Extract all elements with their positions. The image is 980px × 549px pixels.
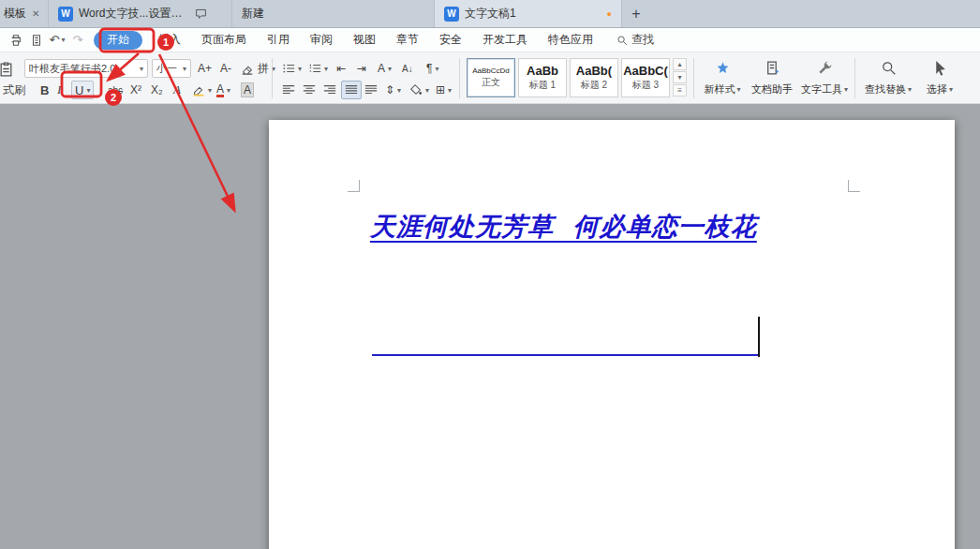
bold-button[interactable]: B bbox=[37, 81, 52, 99]
borders-button[interactable]: ⊞▾ bbox=[433, 81, 454, 99]
decrease-indent-button[interactable]: ⇤ bbox=[334, 59, 349, 78]
tab-security[interactable]: 安全 bbox=[429, 28, 472, 52]
tab-template-label: 模板 bbox=[4, 6, 26, 22]
font-size-select[interactable]: 小一 ▾ bbox=[152, 59, 191, 78]
tab-view[interactable]: 视图 bbox=[343, 28, 386, 52]
increase-indent-button[interactable]: ⇥ bbox=[354, 59, 369, 78]
ribbon-toolbar: 式刷 叶根友毛笔行书2.0 ▾ 小一 ▾ A+ A- 拼▾ B I U▾ abc… bbox=[0, 52, 980, 104]
select-button[interactable]: 选择▾ bbox=[920, 58, 959, 98]
chevron-down-icon: ▾ bbox=[61, 36, 65, 44]
align-left-button[interactable] bbox=[279, 81, 298, 99]
line-spacing-button[interactable]: ⇕▾ bbox=[382, 81, 404, 99]
clear-format-button[interactable] bbox=[238, 59, 257, 78]
style-sample: AaBbC( bbox=[623, 64, 668, 78]
format-painter-button[interactable]: 式刷 bbox=[0, 81, 28, 99]
tab-home[interactable]: 开始 bbox=[94, 31, 142, 50]
styles-scroll-down-button[interactable]: ▾ bbox=[673, 71, 687, 83]
phonetic-guide-button[interactable]: 拼▾ bbox=[255, 59, 278, 78]
find-button[interactable]: 查找 bbox=[616, 32, 654, 48]
tab-new-label: 新建 bbox=[242, 6, 264, 22]
style-heading3[interactable]: AaBbC( 标题 3 bbox=[621, 58, 670, 97]
chevron-down-icon: ▾ bbox=[736, 85, 740, 94]
chevron-down-icon: ▾ bbox=[425, 86, 429, 95]
redo-button[interactable]: ↷ bbox=[67, 30, 88, 51]
style-sample: AaBb( bbox=[576, 64, 612, 78]
style-name: 正文 bbox=[482, 76, 500, 89]
phonetic-icon: 拼 bbox=[258, 61, 269, 77]
underlined-blank-line bbox=[372, 320, 760, 356]
unsaved-dot-icon: ● bbox=[607, 9, 612, 19]
tab-new-document[interactable]: 新建 bbox=[232, 0, 435, 27]
shrink-font-button[interactable]: A- bbox=[217, 59, 234, 78]
italic-button[interactable]: I bbox=[54, 81, 64, 99]
font-name-select[interactable]: 叶根友毛笔行书2.0 ▾ bbox=[24, 59, 148, 78]
sort-button[interactable]: A↓ bbox=[399, 59, 416, 78]
character-shading-label: A bbox=[241, 82, 254, 97]
tab-current-document[interactable]: W 文字文稿1 ● bbox=[435, 0, 622, 27]
chevron-down-icon: ▾ bbox=[86, 86, 90, 95]
numbered-list-button[interactable]: ▾ bbox=[305, 59, 331, 78]
tab-template[interactable]: 模板 ✕ bbox=[0, 0, 49, 27]
tab-page-layout[interactable]: 页面布局 bbox=[191, 28, 257, 52]
find-replace-label: 查找替换 bbox=[865, 82, 906, 96]
paste-icon[interactable] bbox=[0, 59, 17, 78]
text-cursor bbox=[758, 317, 760, 357]
highlight-button[interactable]: ▾ bbox=[189, 81, 215, 99]
redo-icon: ↷ bbox=[73, 33, 83, 47]
search-icon bbox=[616, 35, 628, 46]
undo-button[interactable]: ↶▾ bbox=[47, 30, 67, 51]
shading-button[interactable]: ▾ bbox=[407, 81, 432, 99]
tab-insert[interactable]: 插入 bbox=[148, 28, 191, 52]
text-effects-button[interactable]: A bbox=[171, 81, 184, 99]
document-area: 天涯何处无芳草 何必单恋一枝花 bbox=[0, 105, 980, 549]
close-icon[interactable]: ✕ bbox=[32, 8, 39, 19]
tab-word-document[interactable]: W Word文字技...设置在同一页面 bbox=[49, 0, 232, 27]
tab-review[interactable]: 审阅 bbox=[300, 28, 343, 52]
tab-references[interactable]: 引用 bbox=[257, 28, 300, 52]
text-tools-label: 文字工具 bbox=[801, 82, 842, 96]
chevron-down-icon: ▾ bbox=[949, 85, 953, 94]
new-style-button[interactable]: 新样式▾ bbox=[701, 58, 744, 98]
underline-button[interactable]: U▾ bbox=[71, 81, 94, 99]
styles-more-button[interactable]: ≡ bbox=[673, 84, 687, 96]
print-icon[interactable] bbox=[6, 30, 26, 51]
text-tools-button[interactable]: 文字工具▾ bbox=[800, 58, 849, 98]
character-shading-button[interactable]: A bbox=[238, 81, 257, 99]
style-heading1[interactable]: AaBb 标题 1 bbox=[518, 58, 567, 97]
align-justify-button[interactable] bbox=[341, 81, 362, 99]
print-preview-icon[interactable] bbox=[26, 30, 47, 51]
document-assistant-label: 文档助手 bbox=[751, 82, 793, 96]
document-page[interactable]: 天涯何处无芳草 何必单恋一枝花 bbox=[269, 120, 955, 549]
align-right-button[interactable] bbox=[320, 81, 339, 99]
word-file-icon: W bbox=[444, 7, 459, 22]
document-assistant-button[interactable]: 文档助手 bbox=[748, 58, 796, 98]
bullet-list-button[interactable]: ▾ bbox=[279, 59, 304, 78]
character-scale-button[interactable]: A▾ bbox=[375, 59, 394, 78]
align-distribute-button[interactable] bbox=[362, 81, 380, 99]
divider bbox=[854, 58, 855, 98]
align-center-button[interactable] bbox=[300, 81, 319, 99]
font-color-button[interactable]: A▾ bbox=[214, 81, 233, 99]
document-assistant-icon bbox=[765, 60, 780, 76]
comment-icon[interactable] bbox=[195, 7, 207, 20]
tab-word-label: Word文字技...设置在同一页面 bbox=[79, 6, 189, 22]
grow-font-button[interactable]: A+ bbox=[195, 59, 215, 78]
strikethrough-button[interactable]: abc bbox=[105, 81, 126, 99]
word-file-icon: W bbox=[58, 7, 73, 22]
chevron-down-icon: ▾ bbox=[140, 65, 143, 73]
paragraph-mark-button[interactable]: ¶▾ bbox=[423, 59, 441, 78]
styles-scroll-up-button[interactable]: ▴ bbox=[673, 58, 687, 70]
chevron-down-icon: ▾ bbox=[227, 86, 230, 95]
find-replace-button[interactable]: 查找替换▾ bbox=[862, 58, 914, 98]
cursor-icon bbox=[932, 60, 948, 76]
tab-developer[interactable]: 开发工具 bbox=[472, 28, 538, 52]
style-normal[interactable]: AaBbCcDd 正文 bbox=[467, 58, 515, 97]
tab-special-features[interactable]: 特色应用 bbox=[538, 28, 603, 52]
divider bbox=[272, 58, 273, 98]
tab-section[interactable]: 章节 bbox=[386, 28, 429, 52]
chevron-down-icon: ▾ bbox=[388, 65, 392, 73]
superscript-button[interactable]: X² bbox=[127, 81, 144, 99]
subscript-button[interactable]: X₂ bbox=[148, 81, 166, 99]
style-heading2[interactable]: AaBb( 标题 2 bbox=[570, 58, 618, 97]
new-tab-button[interactable]: + bbox=[622, 0, 650, 27]
